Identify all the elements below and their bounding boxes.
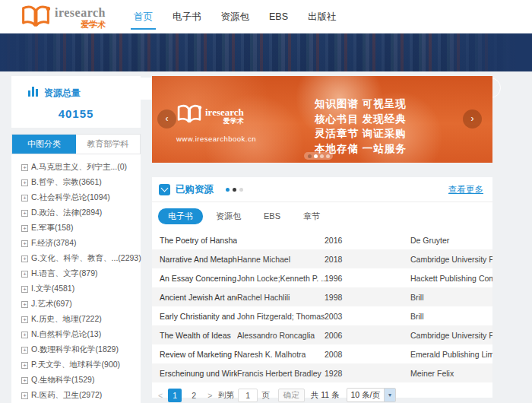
table-row[interactable]: Review of Marketing Re... Naresh K. Malh… bbox=[152, 344, 492, 363]
category-item[interactable]: C.社会科学总论(1094) bbox=[21, 190, 141, 205]
book-author: Hanne Michael bbox=[237, 255, 325, 264]
category-item[interactable]: K.历史、地理(7222) bbox=[21, 312, 141, 327]
carousel-dot[interactable] bbox=[326, 154, 330, 158]
category-item[interactable]: Q.生物科学(1529) bbox=[21, 373, 141, 388]
book-year: 2018 bbox=[325, 255, 410, 264]
expand-icon[interactable] bbox=[21, 179, 28, 186]
book-author: Rachel Hachlili bbox=[237, 293, 325, 302]
carousel-dots bbox=[304, 152, 333, 160]
tab-moe-discipline[interactable]: 教育部学科 bbox=[76, 135, 140, 154]
category-item[interactable]: E.军事(158) bbox=[21, 221, 141, 236]
open-book-logo-icon bbox=[21, 4, 51, 32]
chevron-down-icon bbox=[384, 389, 395, 401]
section-dot[interactable] bbox=[239, 188, 243, 192]
table-row[interactable]: Narrative And Metaphor... Hanne Michael … bbox=[152, 249, 492, 268]
expand-icon[interactable] bbox=[21, 195, 28, 202]
category-item[interactable]: D.政治、法律(2894) bbox=[21, 205, 141, 221]
tab-chapter[interactable]: 章节 bbox=[303, 211, 320, 222]
category-item[interactable]: B.哲学、宗教(3661) bbox=[21, 175, 141, 190]
tab-clc-classification[interactable]: 中图分类 bbox=[12, 135, 76, 154]
expand-icon[interactable] bbox=[21, 240, 28, 247]
nav-item-publishers[interactable]: 出版社 bbox=[306, 8, 338, 27]
category-item[interactable]: O.数理科学和化学(1829) bbox=[21, 342, 141, 357]
logo-text: iresearch 爱学术 bbox=[55, 7, 106, 29]
book-author: John Locke;Kenneth P. ... bbox=[237, 274, 325, 283]
category-item[interactable]: P.天文学、地球科学(900) bbox=[21, 357, 141, 373]
book-year: 2008 bbox=[325, 350, 410, 359]
category-item[interactable]: A.马克思主义、列宁主...(0) bbox=[21, 160, 141, 175]
nav-item-resource-packs[interactable]: 资源包 bbox=[220, 8, 252, 27]
book-title[interactable]: Narrative And Metaphor... bbox=[152, 255, 237, 264]
expand-icon[interactable] bbox=[21, 347, 28, 354]
pagination-prev-icon[interactable]: < bbox=[158, 391, 163, 400]
section-dot[interactable] bbox=[233, 188, 236, 192]
category-item[interactable]: R.医药、卫生(2972) bbox=[21, 388, 141, 403]
carousel-next-icon[interactable] bbox=[463, 109, 482, 129]
expand-icon[interactable] bbox=[21, 316, 28, 323]
section-header: 已购资源 查看更多 bbox=[152, 177, 492, 202]
table-row[interactable]: The Wealth of Ideas Alessandro Roncaglia… bbox=[152, 325, 492, 344]
carousel-prev-icon[interactable] bbox=[157, 109, 176, 129]
slogan-line: 核心书目 发现经典 bbox=[315, 112, 407, 127]
expand-icon[interactable] bbox=[21, 362, 28, 369]
book-publisher: Cambridge University Pr... bbox=[410, 255, 492, 264]
view-more-link[interactable]: 查看更多 bbox=[448, 184, 483, 195]
tab-ebook[interactable]: 电子书 bbox=[158, 208, 203, 224]
banner-logo-cn: 爱学术 bbox=[223, 117, 244, 125]
tab-ebs[interactable]: EBS bbox=[264, 211, 280, 221]
section-dot-active[interactable] bbox=[226, 188, 230, 192]
book-title[interactable]: Ancient Jewish Art and A... bbox=[152, 293, 237, 302]
table-row[interactable]: Ancient Jewish Art and A... Rachel Hachl… bbox=[152, 287, 492, 306]
pagination-page-2[interactable]: 2 bbox=[187, 389, 201, 402]
top-navigation: 首页 电子书 资源包 EBS 出版社 bbox=[132, 0, 338, 33]
category-item[interactable]: H.语言、文字(879) bbox=[21, 266, 141, 281]
section-title: 已购资源 bbox=[176, 183, 214, 196]
carousel-dot[interactable] bbox=[320, 154, 324, 158]
book-title[interactable]: Early Christianity and Cla... bbox=[152, 312, 237, 321]
book-title[interactable]: An Essay Concerning Hu... bbox=[152, 274, 237, 283]
expand-icon[interactable] bbox=[21, 225, 28, 232]
category-item[interactable]: J.艺术(697) bbox=[21, 297, 141, 312]
book-title[interactable]: Review of Marketing Re... bbox=[152, 350, 237, 359]
expand-icon[interactable] bbox=[21, 301, 28, 308]
pagination-page-1[interactable]: 1 bbox=[168, 389, 182, 402]
book-title[interactable]: Erscheinung und Wirklic... bbox=[152, 369, 237, 378]
top-bar: iresearch 爱学术 首页 电子书 资源包 EBS 出版社 bbox=[0, 0, 532, 33]
expand-icon[interactable] bbox=[21, 255, 28, 262]
resource-total-card: 资源总量 40155 bbox=[11, 76, 141, 128]
pagination-next-icon[interactable]: > bbox=[207, 391, 212, 400]
carousel-dot[interactable] bbox=[308, 154, 312, 158]
goto-page-input[interactable] bbox=[238, 389, 258, 402]
book-publisher: Meiner Felix bbox=[410, 369, 492, 378]
category-item[interactable]: F.经济(3784) bbox=[21, 236, 141, 251]
expand-icon[interactable] bbox=[21, 392, 28, 399]
classification-tabs: 中图分类 教育部学科 bbox=[11, 134, 141, 154]
expand-icon[interactable] bbox=[21, 210, 28, 217]
table-row[interactable]: Erscheinung und Wirklic... Francis Herbe… bbox=[152, 363, 492, 382]
table-row[interactable]: An Essay Concerning Hu... John Locke;Ken… bbox=[152, 268, 492, 287]
tab-resource-pack[interactable]: 资源包 bbox=[216, 211, 241, 222]
book-title[interactable]: The Poetry of Hanshan (... bbox=[152, 236, 237, 245]
book-author: Naresh K. Malhotra bbox=[237, 350, 325, 359]
expand-icon[interactable] bbox=[21, 377, 28, 384]
table-row[interactable]: The Poetry of Hanshan (... 2016 De Gruyt… bbox=[152, 230, 492, 249]
category-list: A.马克思主义、列宁主...(0) B.哲学、宗教(3661) C.社会科学总论… bbox=[11, 154, 141, 403]
category-item[interactable]: G.文化、科学、教育、...(2293) bbox=[21, 251, 141, 266]
site-logo[interactable]: iresearch 爱学术 bbox=[21, 4, 106, 32]
table-row[interactable]: Early Christianity and Cla... John Fitzg… bbox=[152, 306, 492, 325]
goto-page-label: 到第 bbox=[218, 390, 234, 401]
carousel-dot-active[interactable] bbox=[314, 154, 318, 158]
category-item[interactable]: N.自然科学总论(13) bbox=[21, 327, 141, 342]
book-title[interactable]: The Wealth of Ideas bbox=[152, 331, 237, 340]
goto-confirm-button[interactable]: 确定 bbox=[278, 389, 305, 402]
per-page-select[interactable]: 10 条/页 bbox=[347, 388, 397, 402]
expand-icon[interactable] bbox=[21, 164, 28, 171]
expand-icon[interactable] bbox=[21, 332, 28, 338]
expand-icon[interactable] bbox=[21, 271, 28, 278]
purchased-resources-section: 已购资源 查看更多 电子书 资源包 EBS 章节 The Poetry of H… bbox=[152, 177, 492, 398]
expand-icon[interactable] bbox=[21, 286, 28, 293]
nav-item-home[interactable]: 首页 bbox=[132, 8, 154, 27]
category-item[interactable]: I.文学(4581) bbox=[21, 281, 141, 297]
nav-item-ebs[interactable]: EBS bbox=[268, 8, 290, 25]
nav-item-ebooks[interactable]: 电子书 bbox=[171, 8, 203, 27]
